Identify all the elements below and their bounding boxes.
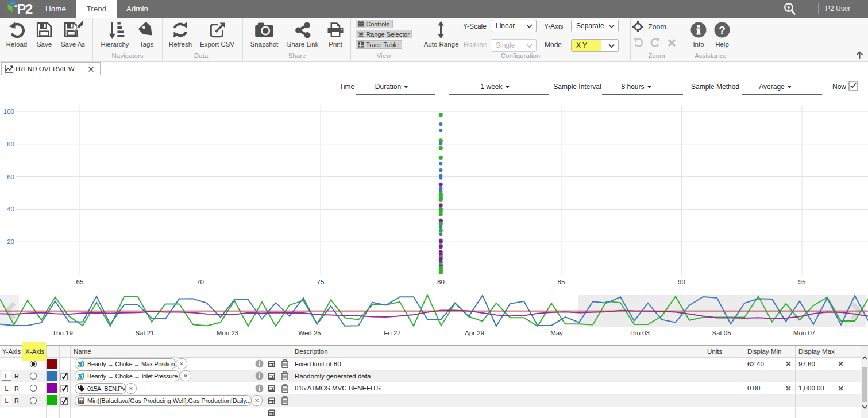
svg-text:Thu 03: Thu 03 bbox=[629, 330, 650, 336]
svg-text:100: 100 bbox=[3, 108, 14, 115]
svg-text:Fri 27: Fri 27 bbox=[384, 330, 400, 336]
svg-text:90: 90 bbox=[678, 278, 685, 285]
svg-text:Sat 05: Sat 05 bbox=[712, 330, 731, 336]
svg-text:P2: P2 bbox=[17, 1, 33, 17]
svg-text:Wed 25: Wed 25 bbox=[298, 330, 321, 336]
svg-text:85: 85 bbox=[558, 278, 565, 285]
svg-text:75: 75 bbox=[317, 278, 325, 285]
svg-text:40: 40 bbox=[7, 206, 14, 212]
svg-text:60: 60 bbox=[7, 173, 14, 180]
svg-text:Sat 21: Sat 21 bbox=[135, 330, 154, 336]
svg-text:80: 80 bbox=[7, 141, 14, 148]
svg-text:70: 70 bbox=[196, 278, 204, 285]
svg-text:?: ? bbox=[719, 24, 726, 36]
svg-text:Mon 23: Mon 23 bbox=[217, 330, 238, 336]
svg-text:20: 20 bbox=[7, 238, 14, 245]
svg-text:Apr 29: Apr 29 bbox=[465, 330, 484, 336]
svg-text:65: 65 bbox=[76, 278, 84, 285]
svg-text:Thu 19: Thu 19 bbox=[52, 330, 73, 336]
svg-text:95: 95 bbox=[798, 278, 806, 285]
svg-text:80: 80 bbox=[437, 278, 445, 285]
svg-text:Mon 07: Mon 07 bbox=[793, 330, 815, 336]
svg-text:May: May bbox=[550, 330, 563, 336]
